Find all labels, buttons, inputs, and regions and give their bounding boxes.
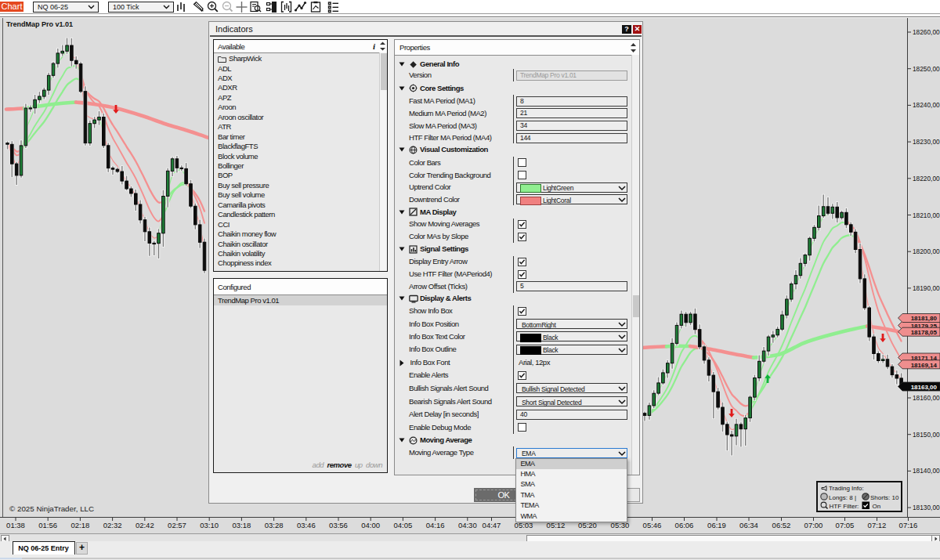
svg-text:18210,00: 18210,00 bbox=[913, 211, 940, 219]
svg-text:07:05: 07:05 bbox=[836, 521, 855, 529]
svg-text:05:30: 05:30 bbox=[611, 521, 630, 529]
svg-text:18220,00: 18220,00 bbox=[913, 175, 940, 182]
svg-text:03:46: 03:46 bbox=[297, 521, 316, 529]
svg-text:05:12: 05:12 bbox=[547, 521, 566, 529]
svg-text:02:18: 02:18 bbox=[71, 521, 90, 529]
svg-text:18181,80: 18181,80 bbox=[911, 315, 938, 322]
svg-text:HTF Filter:: HTF Filter: bbox=[830, 503, 859, 510]
svg-text:06:34: 06:34 bbox=[739, 521, 758, 529]
svg-text:Longs: 8 |: Longs: 8 | bbox=[829, 494, 856, 501]
svg-text:18163,00: 18163,00 bbox=[911, 384, 938, 391]
svg-text:18190,00: 18190,00 bbox=[913, 284, 940, 292]
svg-text:01:56: 01:56 bbox=[38, 521, 57, 529]
svg-text:05:46: 05:46 bbox=[643, 521, 662, 529]
svg-text:06:06: 06:06 bbox=[675, 521, 694, 529]
svg-text:04:00: 04:00 bbox=[361, 521, 380, 529]
svg-text:Trading Info:: Trading Info: bbox=[829, 485, 864, 492]
svg-text:05:03: 05:03 bbox=[515, 521, 533, 529]
svg-text:18260,00: 18260,00 bbox=[913, 28, 940, 36]
svg-text:04:47: 04:47 bbox=[483, 521, 501, 529]
svg-text:02:57: 02:57 bbox=[168, 521, 186, 529]
svg-text:07:00: 07:00 bbox=[804, 521, 823, 529]
svg-text:18178,05: 18178,05 bbox=[911, 329, 938, 336]
svg-text:01:38: 01:38 bbox=[6, 521, 25, 529]
svg-text:05:20: 05:20 bbox=[578, 521, 597, 529]
svg-text:TrendMap Pro v1.01: TrendMap Pro v1.01 bbox=[6, 20, 73, 28]
svg-text:18200,00: 18200,00 bbox=[913, 247, 940, 255]
svg-text:02:32: 02:32 bbox=[103, 521, 122, 529]
svg-text:06:52: 06:52 bbox=[772, 521, 791, 529]
svg-text:07:12: 07:12 bbox=[868, 521, 887, 529]
svg-text:© 2025 NinjaTrader, LLC: © 2025 NinjaTrader, LLC bbox=[9, 504, 94, 513]
svg-text:04:16: 04:16 bbox=[426, 521, 445, 529]
svg-text:On: On bbox=[873, 503, 881, 510]
svg-text:04:05: 04:05 bbox=[394, 521, 413, 529]
svg-text:18240,00: 18240,00 bbox=[913, 101, 940, 109]
svg-text:03:18: 03:18 bbox=[233, 521, 251, 529]
svg-text:04:30: 04:30 bbox=[458, 521, 477, 529]
svg-text:Shorts: 10: Shorts: 10 bbox=[870, 494, 899, 501]
svg-text:18140,00: 18140,00 bbox=[913, 467, 940, 475]
svg-text:18130,00: 18130,00 bbox=[913, 504, 940, 511]
svg-text:18230,00: 18230,00 bbox=[913, 138, 940, 146]
svg-text:18160,00: 18160,00 bbox=[913, 394, 940, 402]
svg-text:18169,14: 18169,14 bbox=[911, 362, 938, 369]
svg-text:07:16: 07:16 bbox=[899, 521, 918, 529]
svg-text:18150,00: 18150,00 bbox=[913, 431, 940, 439]
svg-text:02:42: 02:42 bbox=[136, 521, 154, 529]
svg-text:03:10: 03:10 bbox=[200, 521, 219, 529]
svg-text:03:56: 03:56 bbox=[329, 521, 348, 529]
svg-text:03:28: 03:28 bbox=[265, 521, 284, 529]
svg-text:06:19: 06:19 bbox=[707, 521, 726, 529]
svg-text:18250,00: 18250,00 bbox=[913, 65, 940, 73]
